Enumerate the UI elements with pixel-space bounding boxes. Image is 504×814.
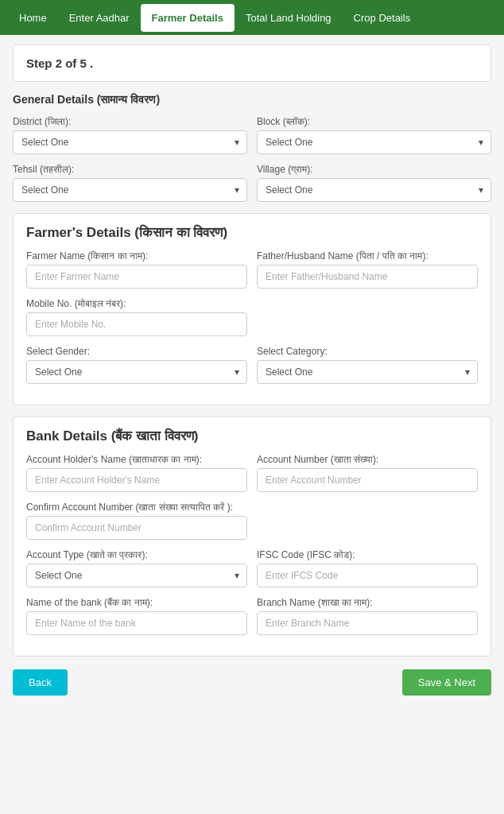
father-name-label: Father/Husband Name (पिता / पति का नाम): — [257, 250, 478, 262]
account-number-group: Account Number (खाता संख्या): — [257, 454, 478, 492]
gender-label: Select Gender: — [26, 346, 247, 357]
branch-name-label: Branch Name (शाखा का नाम): — [257, 597, 478, 608]
nav-enter-aadhar[interactable]: Enter Aadhar — [58, 4, 141, 32]
step-indicator: Step 2 of 5 . — [13, 45, 491, 82]
category-select[interactable]: Select One — [257, 360, 478, 384]
confirm-account-input[interactable] — [26, 516, 247, 540]
confirm-account-group: Confirm Account Number (खाता संख्या सत्य… — [26, 502, 478, 540]
back-button[interactable]: Back — [13, 669, 68, 696]
footer-buttons: Back Save & Next — [13, 669, 491, 708]
district-block-row: District (जिला): Select One Block (ब्लॉक… — [13, 116, 491, 154]
branch-name-input[interactable] — [257, 611, 478, 635]
farmer-name-label: Farmer Name (किसान का नाम): — [26, 250, 247, 262]
bank-name-label: Name of the bank (बैंक का नाम): — [26, 597, 247, 608]
account-number-input[interactable] — [257, 468, 478, 492]
branch-name-group: Branch Name (शाखा का नाम): — [257, 597, 478, 635]
bank-branch-row: Name of the bank (बैंक का नाम): Branch N… — [26, 597, 478, 635]
holder-name-label: Account Holder's Name (खाताधारक का नाम): — [26, 454, 247, 465]
village-select-wrapper: Select One — [257, 178, 491, 202]
gender-select-wrapper: Select One — [26, 360, 247, 384]
nav-home[interactable]: Home — [8, 4, 58, 32]
farmer-name-group: Farmer Name (किसान का नाम): — [26, 250, 247, 289]
farmer-details-title: Farmer's Details (किसान का विवरण) — [26, 225, 478, 241]
district-label: District (जिला): — [13, 116, 247, 127]
account-type-group: Account Type (खाते का प्रकार): Select On… — [26, 549, 247, 587]
general-details-title: General Details (सामान्य विवरण) — [13, 93, 491, 107]
farmer-details-card: Farmer's Details (किसान का विवरण) Farmer… — [13, 213, 491, 405]
save-next-button[interactable]: Save & Next — [402, 669, 491, 696]
block-group: Block (ब्लॉक): Select One — [257, 116, 491, 154]
mobile-label: Mobile No. (मोबाइल नंबर): — [26, 298, 478, 309]
block-select-wrapper: Select One — [257, 130, 491, 154]
category-label: Select Category: — [257, 346, 478, 357]
gender-group: Select Gender: Select One — [26, 346, 247, 384]
nav-total-land-holding[interactable]: Total Land Holding — [235, 4, 343, 32]
bank-details-card: Bank Details (बैंक खाता विवरण) Account H… — [13, 417, 491, 657]
nav-farmer-details[interactable]: Farmer Details — [141, 4, 235, 32]
general-details-section: General Details (सामान्य विवरण) District… — [13, 93, 491, 202]
district-group: District (जिला): Select One — [13, 116, 247, 154]
district-select-wrapper: Select One — [13, 130, 247, 154]
account-type-ifsc-row: Account Type (खाते का प्रकार): Select On… — [26, 549, 478, 587]
navigation: Home Enter Aadhar Farmer Details Total L… — [0, 0, 504, 35]
account-type-label: Account Type (खाते का प्रकार): — [26, 549, 247, 560]
page-content: Step 2 of 5 . General Details (सामान्य व… — [0, 35, 504, 721]
account-type-select-wrapper: Select One — [26, 564, 247, 587]
mobile-input[interactable] — [26, 312, 247, 336]
block-select[interactable]: Select One — [257, 130, 491, 154]
bank-details-title: Bank Details (बैंक खाता विवरण) — [26, 428, 478, 444]
tehsil-select-wrapper: Select One — [13, 178, 247, 202]
mobile-group: Mobile No. (मोबाइल नंबर): — [26, 298, 478, 336]
farmer-name-input[interactable] — [26, 265, 247, 289]
account-type-select[interactable]: Select One — [26, 564, 247, 587]
tehsil-select[interactable]: Select One — [13, 178, 247, 202]
nav-crop-details[interactable]: Crop Details — [343, 4, 422, 32]
tehsil-group: Tehsil (तहसील): Select One — [13, 164, 247, 202]
ifsc-input[interactable] — [257, 564, 478, 587]
holder-name-input[interactable] — [26, 468, 247, 492]
farmer-name-row: Farmer Name (किसान का नाम): Father/Husba… — [26, 250, 478, 289]
tehsil-label: Tehsil (तहसील): — [13, 164, 247, 175]
village-group: Village (ग्राम): Select One — [257, 164, 491, 202]
village-label: Village (ग्राम): — [257, 164, 491, 175]
father-name-group: Father/Husband Name (पिता / पति का नाम): — [257, 250, 478, 289]
account-number-label: Account Number (खाता संख्या): — [257, 454, 478, 465]
category-select-wrapper: Select One — [257, 360, 478, 384]
gender-category-row: Select Gender: Select One Select Categor… — [26, 346, 478, 384]
holder-account-row: Account Holder's Name (खाताधारक का नाम):… — [26, 454, 478, 492]
ifsc-group: IFSC Code (IFSC कोड): — [257, 549, 478, 587]
father-name-input[interactable] — [257, 265, 478, 289]
block-label: Block (ब्लॉक): — [257, 116, 491, 127]
category-group: Select Category: Select One — [257, 346, 478, 384]
village-select[interactable]: Select One — [257, 178, 491, 202]
tehsil-village-row: Tehsil (तहसील): Select One Village (ग्रा… — [13, 164, 491, 202]
confirm-account-label: Confirm Account Number (खाता संख्या सत्य… — [26, 502, 478, 513]
district-select[interactable]: Select One — [13, 130, 247, 154]
step-label: Step 2 of 5 . — [26, 56, 93, 70]
ifsc-label: IFSC Code (IFSC कोड): — [257, 549, 478, 560]
bank-name-group: Name of the bank (बैंक का नाम): — [26, 597, 247, 635]
gender-select[interactable]: Select One — [26, 360, 247, 384]
bank-name-input[interactable] — [26, 611, 247, 635]
holder-name-group: Account Holder's Name (खाताधारक का नाम): — [26, 454, 247, 492]
